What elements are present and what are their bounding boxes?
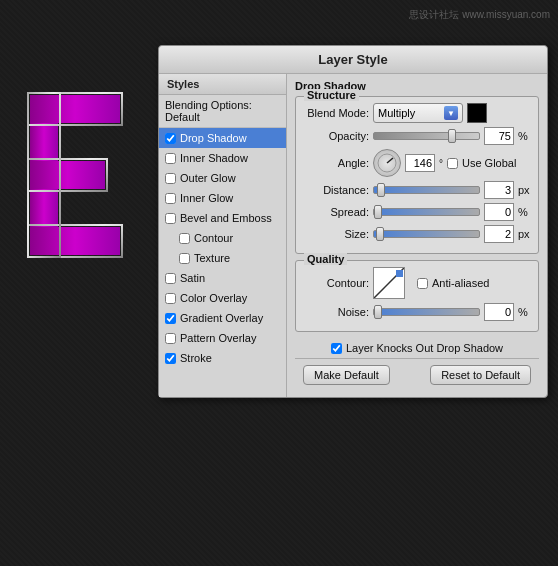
inner-shadow-label: Inner Shadow: [180, 152, 248, 164]
contour-row: Contour: Anti-aliased: [304, 267, 530, 299]
spread-unit: %: [518, 206, 530, 218]
spread-slider-container: [373, 208, 480, 216]
angle-row: Angle: ° Use Global: [304, 149, 530, 177]
noise-label: Noise:: [304, 306, 369, 318]
contour-label: Contour:: [304, 277, 369, 289]
spread-slider-thumb[interactable]: [374, 205, 382, 219]
size-input[interactable]: [484, 225, 514, 243]
color-overlay-checkbox[interactable]: [165, 293, 176, 304]
distance-label: Distance:: [304, 184, 369, 196]
contour-preview[interactable]: [373, 267, 405, 299]
gradient-overlay-label: Gradient Overlay: [180, 312, 263, 324]
style-item-gradient-overlay[interactable]: Gradient Overlay: [159, 308, 286, 328]
drop-shadow-label: Drop Shadow: [180, 132, 247, 144]
styles-panel: Styles Blending Options: Default Drop Sh…: [159, 74, 287, 397]
angle-input[interactable]: [405, 154, 435, 172]
size-unit: px: [518, 228, 530, 240]
reset-default-button[interactable]: Reset to Default: [430, 365, 531, 385]
distance-row: Distance: px: [304, 181, 530, 199]
noise-slider-track[interactable]: [373, 308, 480, 316]
drop-shadow-checkbox[interactable]: [165, 133, 176, 144]
opacity-row: Opacity: %: [304, 127, 530, 145]
spread-input[interactable]: [484, 203, 514, 221]
watermark: 思设计社坛 www.missyuan.com: [409, 8, 550, 22]
angle-dial[interactable]: [373, 149, 401, 177]
inner-shadow-checkbox[interactable]: [165, 153, 176, 164]
style-item-pattern-overlay[interactable]: Pattern Overlay: [159, 328, 286, 348]
blending-options-item[interactable]: Blending Options: Default: [159, 95, 286, 128]
svg-rect-2: [30, 161, 105, 189]
size-row: Size: px: [304, 225, 530, 243]
style-item-bevel-emboss[interactable]: Bevel and Emboss: [159, 208, 286, 228]
svg-rect-3: [30, 227, 120, 255]
distance-slider-thumb[interactable]: [377, 183, 385, 197]
dialog-titlebar: Layer Style: [159, 46, 547, 74]
quality-section: Quality Contour: Anti-aliased: [295, 260, 539, 332]
structure-label: Structure: [304, 89, 359, 101]
opacity-slider-track[interactable]: [373, 132, 480, 140]
pattern-overlay-checkbox[interactable]: [165, 333, 176, 344]
anti-aliased-checkbox[interactable]: [417, 278, 428, 289]
style-item-stroke[interactable]: Stroke: [159, 348, 286, 368]
noise-slider-thumb[interactable]: [374, 305, 382, 319]
style-item-color-overlay[interactable]: Color Overlay: [159, 288, 286, 308]
inner-glow-checkbox[interactable]: [165, 193, 176, 204]
bevel-emboss-label: Bevel and Emboss: [180, 212, 272, 224]
knock-out-checkbox[interactable]: [331, 343, 342, 354]
style-item-drop-shadow[interactable]: Drop Shadow: [159, 128, 286, 148]
contour-label: Contour: [194, 232, 233, 244]
style-item-contour[interactable]: Contour: [159, 228, 286, 248]
knock-out-text: Layer Knocks Out Drop Shadow: [346, 342, 503, 354]
spread-row: Spread: %: [304, 203, 530, 221]
texture-checkbox[interactable]: [179, 253, 190, 264]
distance-slider-track[interactable]: [373, 186, 480, 194]
make-default-button[interactable]: Make Default: [303, 365, 390, 385]
noise-unit: %: [518, 306, 530, 318]
inner-glow-label: Inner Glow: [180, 192, 233, 204]
color-overlay-label: Color Overlay: [180, 292, 247, 304]
blend-color-swatch[interactable]: [467, 103, 487, 123]
opacity-input[interactable]: [484, 127, 514, 145]
opacity-slider-container: [373, 132, 480, 140]
angle-degree-symbol: °: [439, 158, 443, 169]
size-slider-track[interactable]: [373, 230, 480, 238]
outer-glow-checkbox[interactable]: [165, 173, 176, 184]
contour-checkbox[interactable]: [179, 233, 190, 244]
distance-input[interactable]: [484, 181, 514, 199]
gradient-overlay-checkbox[interactable]: [165, 313, 176, 324]
opacity-unit: %: [518, 130, 530, 142]
satin-checkbox[interactable]: [165, 273, 176, 284]
style-item-outer-glow[interactable]: Outer Glow: [159, 168, 286, 188]
stroke-checkbox[interactable]: [165, 353, 176, 364]
styles-header: Styles: [159, 74, 286, 95]
style-item-inner-glow[interactable]: Inner Glow: [159, 188, 286, 208]
settings-panel: Drop Shadow Structure Blend Mode: Multip…: [287, 74, 547, 397]
spread-slider-track[interactable]: [373, 208, 480, 216]
svg-line-9: [387, 158, 393, 163]
opacity-slider-thumb[interactable]: [448, 129, 456, 143]
stroke-label: Stroke: [180, 352, 212, 364]
anti-aliased-text: Anti-aliased: [432, 277, 489, 289]
noise-input[interactable]: [484, 303, 514, 321]
texture-label: Texture: [194, 252, 230, 264]
bevel-emboss-checkbox[interactable]: [165, 213, 176, 224]
use-global-label[interactable]: Use Global: [447, 157, 516, 169]
svg-rect-1: [30, 95, 120, 123]
spread-label: Spread:: [304, 206, 369, 218]
style-item-inner-shadow[interactable]: Inner Shadow: [159, 148, 286, 168]
style-item-satin[interactable]: Satin: [159, 268, 286, 288]
size-slider-thumb[interactable]: [376, 227, 384, 241]
knock-out-label[interactable]: Layer Knocks Out Drop Shadow: [331, 342, 503, 354]
distance-unit: px: [518, 184, 530, 196]
opacity-label: Opacity:: [304, 130, 369, 142]
distance-slider-container: [373, 186, 480, 194]
blend-mode-row: Blend Mode: Multiply ▼: [304, 103, 530, 123]
use-global-checkbox[interactable]: [447, 158, 458, 169]
noise-row: Noise: %: [304, 303, 530, 321]
style-item-texture[interactable]: Texture: [159, 248, 286, 268]
anti-aliased-label[interactable]: Anti-aliased: [417, 277, 489, 289]
blend-mode-select[interactable]: Multiply ▼: [373, 103, 463, 123]
structure-section: Structure Blend Mode: Multiply ▼ Opacity…: [295, 96, 539, 254]
quality-label: Quality: [304, 253, 347, 265]
outer-glow-label: Outer Glow: [180, 172, 236, 184]
